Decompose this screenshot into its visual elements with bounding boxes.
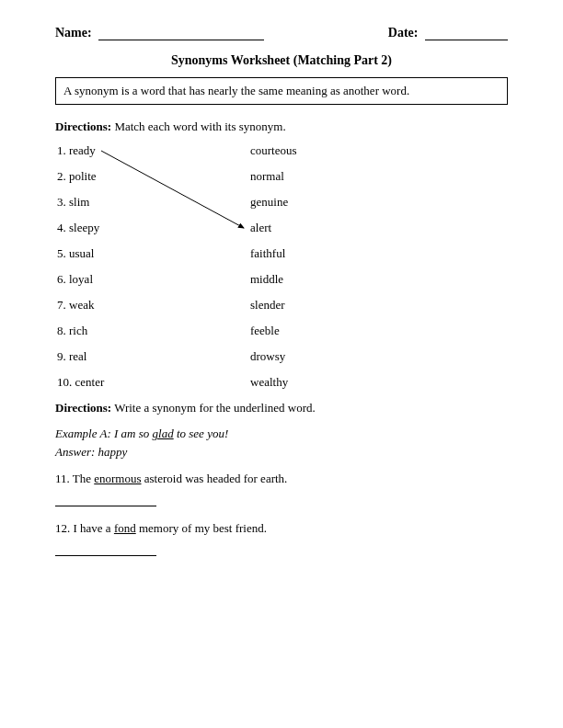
q11-pre: 11. The — [55, 472, 94, 485]
svg-line-1 — [101, 151, 244, 228]
example-pre: Example A: I am so — [55, 427, 153, 440]
match-row: 2. politenormal — [55, 169, 508, 184]
question-12: 12. I have a fond memory of my best frie… — [55, 521, 508, 536]
example-underlined: glad — [153, 427, 174, 440]
example-block: Example A: I am so glad to see you! Answ… — [55, 425, 508, 461]
name-field: Name: — [55, 26, 264, 40]
match-right: drowsy — [250, 349, 285, 364]
directions-2-label: Directions: — [55, 401, 111, 415]
match-right: normal — [250, 169, 284, 184]
match-right: wealthy — [250, 375, 288, 390]
q12-post: memory of my best friend. — [136, 521, 267, 535]
match-row: 5. usualfaithful — [55, 246, 508, 261]
match-row: 6. loyalmiddle — [55, 272, 508, 287]
name-label: Name: — [55, 26, 92, 40]
match-right: faithful — [250, 246, 285, 261]
directions-1-label: Directions: — [55, 119, 111, 133]
match-row: 10. centerwealthy — [55, 375, 508, 390]
match-right: feeble — [250, 324, 280, 338]
answer-line-11[interactable] — [55, 494, 156, 506]
q12-pre: 12. I have a — [55, 521, 114, 535]
match-row: 9. realdrowsy — [55, 349, 508, 364]
match-left: 4. sleepy — [57, 221, 250, 235]
match-right: courteous — [250, 143, 297, 158]
match-right: alert — [250, 221, 271, 235]
match-right: genuine — [250, 195, 288, 210]
match-left: 2. polite — [57, 169, 250, 184]
match-row: 1. readycourteous — [55, 143, 508, 158]
date-label: Date: — [388, 26, 419, 40]
q11-underlined: enormous — [94, 472, 141, 485]
question-11: 11. The enormous asteroid was headed for… — [55, 472, 508, 486]
match-left: 6. loyal — [57, 272, 250, 287]
match-row: 8. richfeeble — [55, 324, 508, 338]
date-field: Date: — [388, 26, 508, 40]
match-row: 4. sleepyalert — [55, 221, 508, 235]
match-left: 5. usual — [57, 246, 250, 261]
match-left: 1. ready — [57, 143, 250, 158]
header-row: Name: Date: — [55, 26, 508, 40]
match-row: 7. weakslender — [55, 298, 508, 313]
definition-box: A synonym is a word that has nearly the … — [55, 77, 508, 105]
match-left: 9. real — [57, 349, 250, 364]
match-left: 3. slim — [57, 195, 250, 210]
directions-1-text: Match each word with its synonym. — [111, 119, 286, 133]
matching-section: 1. readycourteous 2. politenormal 3. sli… — [55, 143, 508, 390]
match-left: 8. rich — [57, 324, 250, 338]
q12-underlined: fond — [114, 521, 136, 535]
match-right: slender — [250, 298, 285, 313]
name-input-line[interactable] — [98, 40, 264, 40]
directions-2-text: Write a synonym for the underlined word. — [111, 401, 316, 415]
answer-line-12[interactable] — [55, 543, 156, 556]
match-right: middle — [250, 272, 283, 287]
date-input-line[interactable] — [425, 40, 508, 40]
match-row: 3. slimgenuine — [55, 195, 508, 210]
directions-1: Directions: Match each word with its syn… — [55, 119, 508, 134]
match-left: 7. weak — [57, 298, 250, 313]
example-line-1: Example A: I am so glad to see you! — [55, 425, 508, 443]
match-left: 10. center — [57, 375, 250, 390]
example-answer: Answer: happy — [55, 443, 508, 461]
directions-2: Directions: Write a synonym for the unde… — [55, 401, 508, 415]
example-post: to see you! — [174, 427, 229, 440]
worksheet-title: Synonyms Worksheet (Matching Part 2) — [55, 53, 508, 68]
q11-post: asteroid was headed for earth. — [142, 472, 288, 485]
